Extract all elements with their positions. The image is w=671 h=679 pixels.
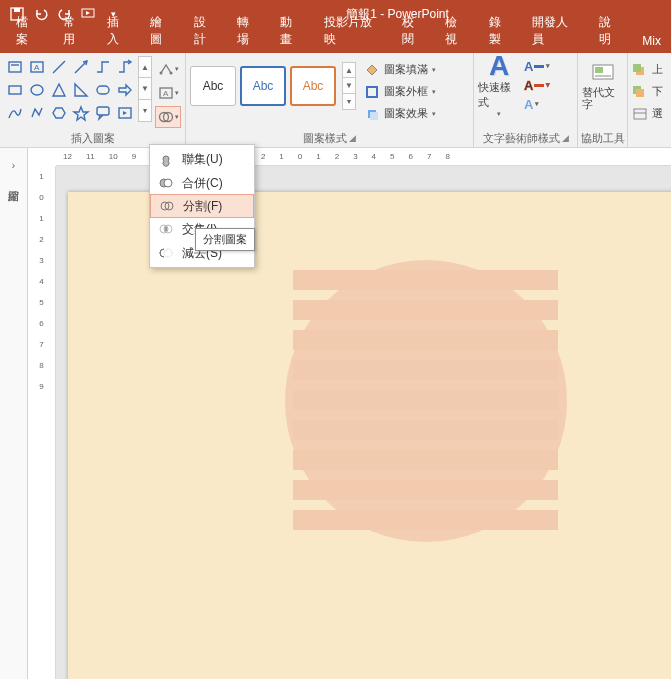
tab-transitions[interactable]: 轉場 [227,10,270,53]
style-up-icon[interactable]: ▲ [342,62,356,78]
shape-connector-arrow-icon[interactable] [114,56,135,78]
style-preset-1[interactable]: Abc [190,66,236,106]
shape-callout-icon[interactable] [92,102,113,124]
menu-union[interactable]: 聯集(U) [150,147,254,171]
shape-hexagon-icon[interactable] [48,102,69,124]
group-label: 插入圖案 [71,131,115,146]
shape-connector-icon[interactable] [92,56,113,78]
gallery-down-icon[interactable]: ▼ [138,78,152,100]
expand-chevron-icon[interactable]: › [12,160,15,171]
svg-rect-29 [636,89,644,97]
tab-file[interactable]: 檔案 [6,10,53,53]
style-gallery[interactable]: Abc Abc Abc ▲ ▼ ▾ [190,56,356,110]
svg-rect-9 [9,86,21,94]
shape-oval-icon[interactable] [26,79,47,101]
text-box-button[interactable]: A▾ [155,82,181,104]
svg-point-38 [164,249,172,257]
shape-line-icon[interactable] [48,56,69,78]
shape-textbox2-icon[interactable]: A [26,56,47,78]
combine-icon [158,175,174,191]
gallery-more-icon[interactable]: ▾ [138,100,152,122]
svg-rect-27 [633,64,641,72]
style-preset-3[interactable]: Abc [290,66,336,106]
vertical-ruler: 10123456789 [28,166,56,679]
dialog-launcher-icon[interactable]: ◢ [562,133,569,143]
group-label: 協助工具 [581,131,625,146]
shape-action-icon[interactable] [114,102,135,124]
merge-shapes-button[interactable]: ▾ [155,106,181,128]
tab-home[interactable]: 常用 [53,10,96,53]
selection-pane-button[interactable]: 選 [632,103,663,124]
shape-flowstart-icon[interactable] [92,79,113,101]
tab-design[interactable]: 設計 [184,10,227,53]
shapes-gallery[interactable]: A [4,56,136,124]
dialog-launcher-icon[interactable]: ◢ [349,133,356,143]
style-more-icon[interactable]: ▾ [342,94,356,110]
union-icon [158,151,174,167]
svg-text:A: A [34,63,40,72]
shape-star-icon[interactable] [70,102,91,124]
text-outline-button[interactable]: A▾ [524,76,552,94]
tab-review[interactable]: 校閱 [392,10,435,53]
svg-rect-22 [370,112,378,120]
edit-shape-column: ▾ A▾ ▾ [155,56,181,128]
shape-textbox-icon[interactable] [4,56,25,78]
ribbon-tabs: 檔案 常用 插入 繪圖 設計 轉場 動畫 投影片放映 校閱 檢視 錄製 開發人員… [0,28,671,53]
shape-triangle-icon[interactable] [48,79,69,101]
svg-point-33 [164,179,172,187]
shape-format-column: 圖案填滿▾ 圖案外框▾ 圖案效果▾ [362,56,438,124]
tab-mix[interactable]: Mix [632,30,671,53]
shape-arrow-line-icon[interactable] [70,56,91,78]
tab-slideshow[interactable]: 投影片放映 [314,10,392,53]
thumbnail-pane-collapsed: › 縮圖 [0,148,28,679]
svg-point-10 [31,85,43,95]
shape-selection[interactable] [293,270,558,538]
tab-developer[interactable]: 開發人員 [522,10,589,53]
tab-animations[interactable]: 動畫 [270,10,313,53]
subtract-icon [158,245,174,261]
shapes-gallery-scroll: ▲ ▼ ▾ [138,56,152,122]
shape-circle[interactable] [285,260,567,542]
style-preset-2[interactable]: Abc [240,66,286,106]
tab-draw[interactable]: 繪圖 [140,10,183,53]
svg-rect-12 [97,107,109,115]
ribbon: A [0,53,671,148]
shape-arrow-right-icon[interactable] [114,79,135,101]
svg-rect-3 [9,62,21,72]
shape-outline-button[interactable]: 圖案外框▾ [362,81,438,102]
tab-record[interactable]: 錄製 [479,10,522,53]
shape-curve-icon[interactable] [4,102,25,124]
svg-rect-20 [367,87,377,97]
style-down-icon[interactable]: ▼ [342,78,356,94]
shape-freeform-icon[interactable] [26,102,47,124]
quick-styles-button[interactable]: A 快速樣式 ▾ [478,57,520,113]
text-effects-button[interactable]: A▾ [524,95,552,113]
bring-forward-button[interactable]: 上 [632,59,663,80]
shape-rect-icon[interactable] [4,79,25,101]
wordart-A-icon: A [489,52,509,80]
shape-rt-triangle-icon[interactable] [70,79,91,101]
alt-text-button[interactable]: 替代文字 [582,56,623,116]
svg-rect-24 [595,67,603,73]
shape-effects-button[interactable]: 圖案效果▾ [362,103,438,124]
group-label: 文字藝術師樣式 [483,131,560,146]
tab-insert[interactable]: 插入 [97,10,140,53]
tab-help[interactable]: 說明 [589,10,632,53]
thumbnail-label: 縮圖 [6,181,21,185]
menu-combine[interactable]: 合併(C) [150,171,254,195]
send-backward-button[interactable]: 下 [632,81,663,102]
edit-shape-button[interactable]: ▾ [155,58,181,80]
svg-rect-11 [97,86,109,94]
shape-fill-button[interactable]: 圖案填滿▾ [362,59,438,80]
text-fill-button[interactable]: A▾ [524,57,552,75]
group-insert-shapes: A [0,53,186,147]
fragment-icon [159,198,175,214]
tab-view[interactable]: 檢視 [435,10,478,53]
group-accessibility: 替代文字 協助工具 [578,53,628,147]
tooltip: 分割圖案 [195,228,255,251]
group-arrange: 上 下 選 [628,53,671,147]
group-shape-styles: Abc Abc Abc ▲ ▼ ▾ 圖案填滿▾ 圖案外框▾ 圖案效果▾ 圖案樣式… [186,53,474,147]
group-wordart: A 快速樣式 ▾ A▾ A▾ A▾ 文字藝術師樣式◢ [474,53,578,147]
gallery-up-icon[interactable]: ▲ [138,56,152,78]
menu-fragment[interactable]: 分割(F) [150,194,254,218]
